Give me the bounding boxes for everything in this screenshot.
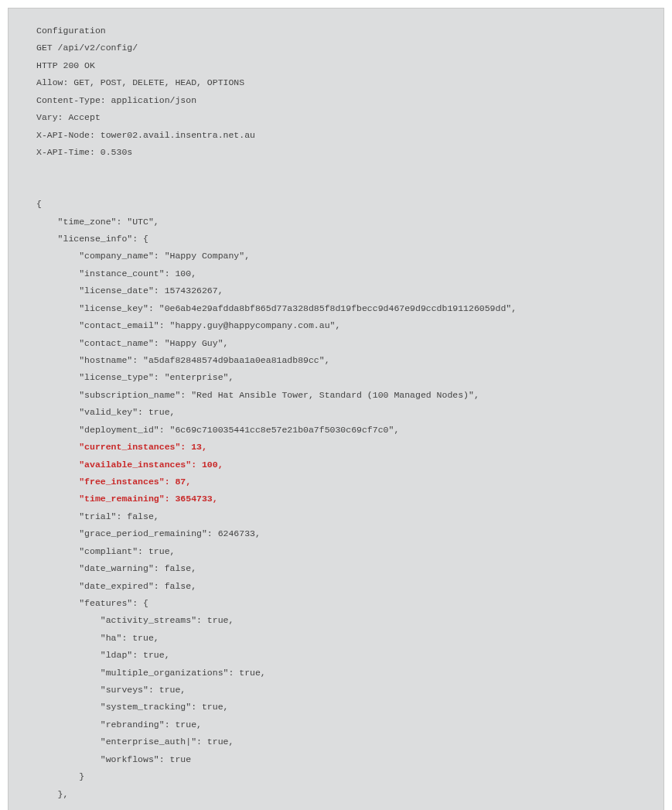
json-contact-email: "contact_email": "happy.guy@happycompany… bbox=[36, 320, 340, 330]
json-contact-name: "contact_name": "Happy Guy", bbox=[36, 338, 228, 348]
json-activity-streams: "activity_streams": true, bbox=[36, 615, 234, 625]
header-api-node: X-API-Node: tower02.avail.insentra.net.a… bbox=[36, 130, 255, 140]
json-current-instances: "current_instances": 13, bbox=[36, 442, 207, 452]
json-date-warning: "date_warning": false, bbox=[36, 563, 196, 573]
header-title: Configuration bbox=[36, 26, 106, 36]
json-multiple-organizations: "multiple_organizations": true, bbox=[36, 668, 266, 678]
json-free-instances: "free_instances": 87, bbox=[36, 477, 191, 487]
json-workflows: "workflows": true bbox=[36, 754, 191, 764]
header-api-time: X-API-Time: 0.530s bbox=[36, 147, 132, 157]
api-response-block: Configuration GET /api/v2/config/ HTTP 2… bbox=[8, 8, 664, 810]
json-deployment-id: "deployment_id": "6c69c710035441cc8e57e2… bbox=[36, 425, 399, 435]
json-subscription-name: "subscription_name": "Red Hat Ansible To… bbox=[36, 390, 479, 400]
header-allow: Allow: GET, POST, DELETE, HEAD, OPTIONS bbox=[36, 77, 244, 87]
json-time-zone: "time_zone": "UTC", bbox=[36, 217, 159, 227]
json-available-instances: "available_instances": 100, bbox=[36, 460, 223, 470]
json-trial: "trial": false, bbox=[36, 511, 159, 521]
json-ldap: "ldap": true, bbox=[36, 650, 170, 660]
json-open: { bbox=[36, 199, 42, 209]
json-system-tracking: "system_tracking": true, bbox=[36, 702, 228, 712]
json-rebranding: "rebranding": true, bbox=[36, 719, 202, 730]
json-grace-period-remaining: "grace_period_remaining": 6246733, bbox=[36, 528, 261, 538]
json-compliant: "compliant": true, bbox=[36, 546, 175, 556]
json-valid-key: "valid_key": true, bbox=[36, 407, 175, 417]
header-status: HTTP 200 OK bbox=[36, 60, 95, 70]
json-hostname: "hostname": "a5daf82848574d9baa1a0ea81ad… bbox=[36, 355, 330, 365]
json-ha: "ha": true, bbox=[36, 633, 159, 643]
json-license-info-close: }, bbox=[36, 789, 68, 799]
header-content-type: Content-Type: application/json bbox=[36, 95, 196, 105]
json-time-remaining: "time_remaining": 3654733, bbox=[36, 494, 218, 504]
json-license-info-open: "license_info": { bbox=[36, 234, 148, 244]
json-date-expired: "date_expired": false, bbox=[36, 581, 196, 591]
json-enterprise-auth: "enterprise_auth|": true, bbox=[36, 737, 234, 747]
json-license-type: "license_type": "enterprise", bbox=[36, 372, 234, 382]
json-surveys: "surveys": true, bbox=[36, 685, 186, 695]
header-request: GET /api/v2/config/ bbox=[36, 43, 138, 53]
json-instance-count: "instance_count": 100, bbox=[36, 268, 196, 279]
json-license-key: "license_key": "0e6ab4e29afdda8bf865d77a… bbox=[36, 303, 517, 313]
json-features-open: "features": { bbox=[36, 598, 148, 608]
json-license-date: "license_date": 1574326267, bbox=[36, 285, 223, 296]
json-features-close: } bbox=[36, 771, 84, 781]
header-vary: Vary: Accept bbox=[36, 112, 101, 122]
json-company-name: "company_name": "Happy Company", bbox=[36, 251, 250, 261]
